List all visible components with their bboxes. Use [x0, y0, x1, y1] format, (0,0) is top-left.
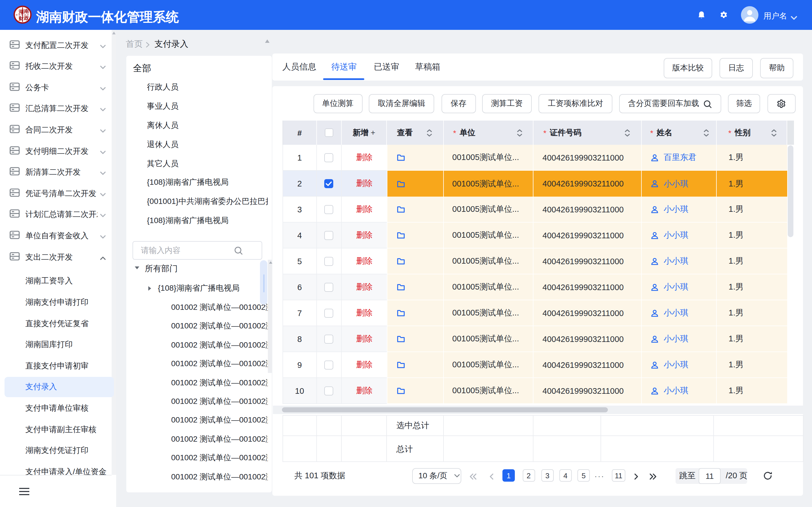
svg-text:南: 南 [24, 8, 29, 14]
svg-text:财: 财 [18, 16, 24, 21]
svg-text:政: 政 [24, 15, 29, 21]
svg-text:湖: 湖 [18, 9, 24, 15]
